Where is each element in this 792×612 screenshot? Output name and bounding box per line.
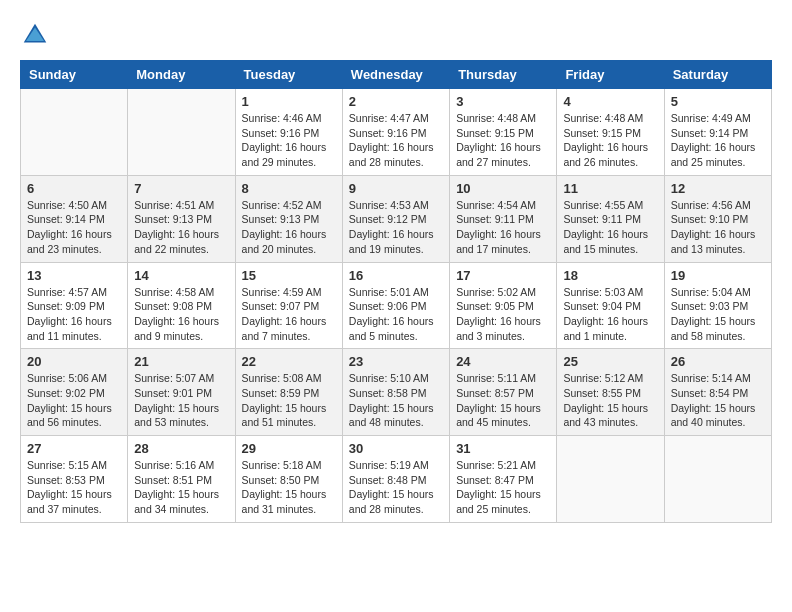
day-info: Sunrise: 4:58 AM Sunset: 9:08 PM Dayligh…	[134, 285, 228, 344]
calendar-day-cell: 23Sunrise: 5:10 AM Sunset: 8:58 PM Dayli…	[342, 349, 449, 436]
day-number: 24	[456, 354, 550, 369]
day-number: 21	[134, 354, 228, 369]
calendar-day-cell	[557, 436, 664, 523]
day-info: Sunrise: 5:21 AM Sunset: 8:47 PM Dayligh…	[456, 458, 550, 517]
day-info: Sunrise: 5:04 AM Sunset: 9:03 PM Dayligh…	[671, 285, 765, 344]
day-info: Sunrise: 4:55 AM Sunset: 9:11 PM Dayligh…	[563, 198, 657, 257]
day-info: Sunrise: 5:19 AM Sunset: 8:48 PM Dayligh…	[349, 458, 443, 517]
day-info: Sunrise: 5:14 AM Sunset: 8:54 PM Dayligh…	[671, 371, 765, 430]
calendar-day-cell: 10Sunrise: 4:54 AM Sunset: 9:11 PM Dayli…	[450, 175, 557, 262]
calendar-week-row: 1Sunrise: 4:46 AM Sunset: 9:16 PM Daylig…	[21, 89, 772, 176]
day-info: Sunrise: 4:54 AM Sunset: 9:11 PM Dayligh…	[456, 198, 550, 257]
day-info: Sunrise: 5:10 AM Sunset: 8:58 PM Dayligh…	[349, 371, 443, 430]
day-info: Sunrise: 5:16 AM Sunset: 8:51 PM Dayligh…	[134, 458, 228, 517]
day-info: Sunrise: 4:57 AM Sunset: 9:09 PM Dayligh…	[27, 285, 121, 344]
day-number: 13	[27, 268, 121, 283]
day-number: 14	[134, 268, 228, 283]
calendar-day-cell: 1Sunrise: 4:46 AM Sunset: 9:16 PM Daylig…	[235, 89, 342, 176]
day-info: Sunrise: 4:49 AM Sunset: 9:14 PM Dayligh…	[671, 111, 765, 170]
day-of-week-header: Wednesday	[342, 61, 449, 89]
day-number: 2	[349, 94, 443, 109]
day-info: Sunrise: 4:50 AM Sunset: 9:14 PM Dayligh…	[27, 198, 121, 257]
calendar-day-cell: 8Sunrise: 4:52 AM Sunset: 9:13 PM Daylig…	[235, 175, 342, 262]
day-number: 4	[563, 94, 657, 109]
calendar-day-cell: 4Sunrise: 4:48 AM Sunset: 9:15 PM Daylig…	[557, 89, 664, 176]
calendar-day-cell	[128, 89, 235, 176]
calendar-day-cell: 15Sunrise: 4:59 AM Sunset: 9:07 PM Dayli…	[235, 262, 342, 349]
calendar-day-cell: 5Sunrise: 4:49 AM Sunset: 9:14 PM Daylig…	[664, 89, 771, 176]
calendar-day-cell: 19Sunrise: 5:04 AM Sunset: 9:03 PM Dayli…	[664, 262, 771, 349]
day-number: 28	[134, 441, 228, 456]
calendar-day-cell: 27Sunrise: 5:15 AM Sunset: 8:53 PM Dayli…	[21, 436, 128, 523]
day-number: 9	[349, 181, 443, 196]
day-number: 10	[456, 181, 550, 196]
day-number: 23	[349, 354, 443, 369]
day-number: 8	[242, 181, 336, 196]
day-info: Sunrise: 5:02 AM Sunset: 9:05 PM Dayligh…	[456, 285, 550, 344]
calendar-day-cell: 31Sunrise: 5:21 AM Sunset: 8:47 PM Dayli…	[450, 436, 557, 523]
day-info: Sunrise: 5:08 AM Sunset: 8:59 PM Dayligh…	[242, 371, 336, 430]
day-number: 3	[456, 94, 550, 109]
day-number: 22	[242, 354, 336, 369]
day-number: 20	[27, 354, 121, 369]
calendar-day-cell: 22Sunrise: 5:08 AM Sunset: 8:59 PM Dayli…	[235, 349, 342, 436]
day-of-week-header: Thursday	[450, 61, 557, 89]
day-of-week-header: Friday	[557, 61, 664, 89]
calendar-day-cell: 17Sunrise: 5:02 AM Sunset: 9:05 PM Dayli…	[450, 262, 557, 349]
day-info: Sunrise: 5:06 AM Sunset: 9:02 PM Dayligh…	[27, 371, 121, 430]
calendar-day-cell	[21, 89, 128, 176]
day-number: 15	[242, 268, 336, 283]
day-info: Sunrise: 5:12 AM Sunset: 8:55 PM Dayligh…	[563, 371, 657, 430]
day-number: 25	[563, 354, 657, 369]
day-number: 12	[671, 181, 765, 196]
day-number: 6	[27, 181, 121, 196]
day-number: 16	[349, 268, 443, 283]
day-of-week-header: Tuesday	[235, 61, 342, 89]
calendar-day-cell: 16Sunrise: 5:01 AM Sunset: 9:06 PM Dayli…	[342, 262, 449, 349]
day-number: 27	[27, 441, 121, 456]
day-number: 31	[456, 441, 550, 456]
calendar-week-row: 20Sunrise: 5:06 AM Sunset: 9:02 PM Dayli…	[21, 349, 772, 436]
day-info: Sunrise: 5:15 AM Sunset: 8:53 PM Dayligh…	[27, 458, 121, 517]
day-info: Sunrise: 4:59 AM Sunset: 9:07 PM Dayligh…	[242, 285, 336, 344]
calendar-header-row: SundayMondayTuesdayWednesdayThursdayFrid…	[21, 61, 772, 89]
day-number: 18	[563, 268, 657, 283]
calendar-week-row: 27Sunrise: 5:15 AM Sunset: 8:53 PM Dayli…	[21, 436, 772, 523]
day-info: Sunrise: 4:53 AM Sunset: 9:12 PM Dayligh…	[349, 198, 443, 257]
calendar-day-cell	[664, 436, 771, 523]
calendar-day-cell: 11Sunrise: 4:55 AM Sunset: 9:11 PM Dayli…	[557, 175, 664, 262]
calendar-day-cell: 28Sunrise: 5:16 AM Sunset: 8:51 PM Dayli…	[128, 436, 235, 523]
calendar-week-row: 13Sunrise: 4:57 AM Sunset: 9:09 PM Dayli…	[21, 262, 772, 349]
calendar-day-cell: 25Sunrise: 5:12 AM Sunset: 8:55 PM Dayli…	[557, 349, 664, 436]
calendar-day-cell: 3Sunrise: 4:48 AM Sunset: 9:15 PM Daylig…	[450, 89, 557, 176]
calendar-day-cell: 2Sunrise: 4:47 AM Sunset: 9:16 PM Daylig…	[342, 89, 449, 176]
calendar-day-cell: 14Sunrise: 4:58 AM Sunset: 9:08 PM Dayli…	[128, 262, 235, 349]
calendar-table: SundayMondayTuesdayWednesdayThursdayFrid…	[20, 60, 772, 523]
day-info: Sunrise: 5:18 AM Sunset: 8:50 PM Dayligh…	[242, 458, 336, 517]
calendar-day-cell: 18Sunrise: 5:03 AM Sunset: 9:04 PM Dayli…	[557, 262, 664, 349]
day-of-week-header: Sunday	[21, 61, 128, 89]
day-info: Sunrise: 5:03 AM Sunset: 9:04 PM Dayligh…	[563, 285, 657, 344]
calendar-day-cell: 9Sunrise: 4:53 AM Sunset: 9:12 PM Daylig…	[342, 175, 449, 262]
calendar-day-cell: 21Sunrise: 5:07 AM Sunset: 9:01 PM Dayli…	[128, 349, 235, 436]
calendar-day-cell: 24Sunrise: 5:11 AM Sunset: 8:57 PM Dayli…	[450, 349, 557, 436]
page-header	[20, 20, 772, 50]
calendar-day-cell: 29Sunrise: 5:18 AM Sunset: 8:50 PM Dayli…	[235, 436, 342, 523]
calendar-day-cell: 7Sunrise: 4:51 AM Sunset: 9:13 PM Daylig…	[128, 175, 235, 262]
day-number: 17	[456, 268, 550, 283]
day-info: Sunrise: 4:48 AM Sunset: 9:15 PM Dayligh…	[456, 111, 550, 170]
calendar-day-cell: 12Sunrise: 4:56 AM Sunset: 9:10 PM Dayli…	[664, 175, 771, 262]
day-info: Sunrise: 5:01 AM Sunset: 9:06 PM Dayligh…	[349, 285, 443, 344]
calendar-day-cell: 6Sunrise: 4:50 AM Sunset: 9:14 PM Daylig…	[21, 175, 128, 262]
day-info: Sunrise: 4:56 AM Sunset: 9:10 PM Dayligh…	[671, 198, 765, 257]
day-number: 5	[671, 94, 765, 109]
day-info: Sunrise: 5:07 AM Sunset: 9:01 PM Dayligh…	[134, 371, 228, 430]
day-info: Sunrise: 4:46 AM Sunset: 9:16 PM Dayligh…	[242, 111, 336, 170]
day-info: Sunrise: 4:48 AM Sunset: 9:15 PM Dayligh…	[563, 111, 657, 170]
day-info: Sunrise: 5:11 AM Sunset: 8:57 PM Dayligh…	[456, 371, 550, 430]
logo-icon	[20, 20, 50, 50]
day-number: 30	[349, 441, 443, 456]
calendar-day-cell: 13Sunrise: 4:57 AM Sunset: 9:09 PM Dayli…	[21, 262, 128, 349]
day-number: 1	[242, 94, 336, 109]
calendar-day-cell: 26Sunrise: 5:14 AM Sunset: 8:54 PM Dayli…	[664, 349, 771, 436]
